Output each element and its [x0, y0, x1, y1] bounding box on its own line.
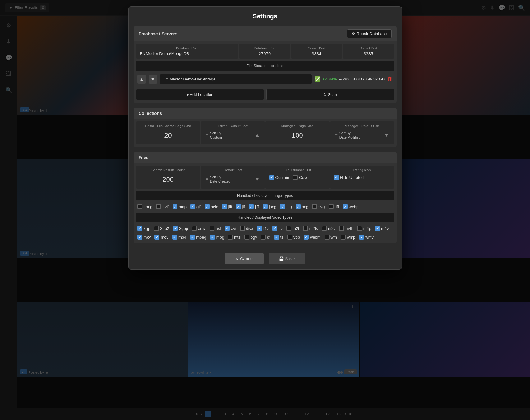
video-type-checkbox-mkv[interactable] — [137, 235, 142, 240]
video-type-qt[interactable]: qt — [261, 235, 270, 240]
video-type-checkbox-qt[interactable] — [261, 235, 266, 240]
manager-sort-value[interactable]: ≡ Sort By Date Modified ▼ — [334, 129, 390, 142]
video-type-checkbox-mov[interactable] — [154, 235, 159, 240]
video-type-ogv[interactable]: ogv — [244, 235, 257, 240]
video-type-mpg[interactable]: mpg — [210, 235, 224, 240]
image-type-checkbox-jfif[interactable] — [222, 204, 227, 209]
video-type-mkv[interactable]: mkv — [137, 235, 151, 240]
image-type-checkbox-jif[interactable] — [236, 204, 241, 209]
video-type-checkbox-asf[interactable] — [210, 226, 214, 231]
video-type-divx[interactable]: divx — [240, 226, 253, 231]
image-type-checkbox-bmp[interactable] — [173, 204, 177, 209]
video-type-checkbox-3gp[interactable] — [137, 226, 142, 231]
storage-down-button[interactable]: ▼ — [149, 75, 157, 84]
image-type-checkbox-jpeg[interactable] — [263, 204, 268, 209]
video-type-checkbox-webm[interactable] — [304, 235, 309, 240]
video-type-checkbox-wmv[interactable] — [359, 235, 364, 240]
video-type-asf[interactable]: asf — [210, 226, 221, 231]
contain-checkbox[interactable] — [269, 175, 274, 180]
video-type-3gp2[interactable]: 3gp2 — [154, 226, 169, 231]
video-type-checkbox-avi[interactable] — [225, 226, 230, 231]
storage-up-button[interactable]: ▲ — [137, 75, 146, 84]
video-type-ts[interactable]: ts — [274, 235, 283, 240]
image-type-heic[interactable]: heic — [205, 204, 218, 209]
video-type-f4v[interactable]: f4v — [257, 226, 269, 231]
video-type-checkbox-3gpp[interactable] — [173, 226, 178, 231]
cover-checkbox[interactable] — [293, 175, 298, 180]
video-type-checkbox-f4v[interactable] — [257, 226, 262, 231]
video-type-wmp[interactable]: wmp — [341, 235, 355, 240]
add-location-button[interactable]: + Add Location — [136, 89, 264, 100]
image-type-svg[interactable]: svg — [312, 204, 325, 209]
video-type-checkbox-mts[interactable] — [228, 235, 233, 240]
image-type-jif[interactable]: jif — [236, 204, 245, 209]
repair-database-button[interactable]: ⚙ Repair Database — [347, 29, 391, 38]
video-type-checkbox-divx[interactable] — [240, 226, 245, 231]
video-type-m4v[interactable]: m4v — [375, 226, 389, 231]
image-type-checkbox-avif[interactable] — [156, 204, 161, 209]
video-type-vob[interactable]: vob — [287, 235, 300, 240]
video-type-checkbox-mpg[interactable] — [210, 235, 215, 240]
video-type-amv[interactable]: amv — [192, 226, 206, 231]
image-type-checkbox-png[interactable] — [296, 204, 301, 209]
video-type-mp4[interactable]: mp4 — [172, 235, 186, 240]
contain-checkbox-item[interactable]: Contain — [269, 175, 289, 180]
hide-unrated-checkbox-item[interactable]: Hide Unrated — [334, 175, 364, 180]
video-type-mts[interactable]: mts — [228, 235, 241, 240]
video-type-wm[interactable]: wm — [325, 235, 337, 240]
save-button[interactable]: 💾 Save — [269, 253, 305, 264]
image-type-gif[interactable]: gif — [190, 204, 201, 209]
image-type-tiff[interactable]: tiff — [329, 204, 339, 209]
image-type-checkbox-webp[interactable] — [343, 204, 348, 209]
video-type-checkbox-m2t[interactable] — [286, 226, 291, 231]
video-type-checkbox-flv[interactable] — [272, 226, 277, 231]
video-type-checkbox-wm[interactable] — [325, 235, 330, 240]
video-type-3gp[interactable]: 3gp — [137, 226, 150, 231]
image-type-checkbox-tiff[interactable] — [329, 204, 334, 209]
video-type-checkbox-m4b[interactable] — [339, 226, 344, 231]
video-type-wmv[interactable]: wmv — [359, 235, 374, 240]
image-type-avif[interactable]: avif — [156, 204, 168, 209]
video-type-checkbox-m4v[interactable] — [375, 226, 380, 231]
image-type-checkbox-heic[interactable] — [205, 204, 210, 209]
video-type-checkbox-m2v[interactable] — [322, 226, 327, 231]
image-type-jpeg[interactable]: jpeg — [263, 204, 277, 209]
video-type-avi[interactable]: avi — [225, 226, 236, 231]
video-type-checkbox-wmp[interactable] — [341, 235, 346, 240]
image-type-webp[interactable]: webp — [343, 204, 358, 209]
video-type-checkbox-mp4[interactable] — [172, 235, 177, 240]
image-type-jfif[interactable]: jfif — [222, 204, 232, 209]
image-type-checkbox-apng[interactable] — [137, 204, 142, 209]
image-type-apng[interactable]: apng — [137, 204, 153, 209]
video-type-checkbox-ogv[interactable] — [244, 235, 249, 240]
hide-unrated-checkbox[interactable] — [334, 175, 339, 180]
image-type-jiff[interactable]: jiff — [249, 204, 259, 209]
video-type-m2ts[interactable]: m2ts — [303, 226, 318, 231]
video-type-checkbox-vob[interactable] — [287, 235, 292, 240]
editor-sort-value[interactable]: ≡ Sort By Custom ▲ — [205, 129, 261, 142]
video-type-m4p[interactable]: m4p — [357, 226, 371, 231]
image-type-checkbox-gif[interactable] — [190, 204, 195, 209]
video-type-3gpp[interactable]: 3gpp — [173, 226, 188, 231]
cover-checkbox-item[interactable]: Cover — [293, 175, 310, 180]
image-type-jpg[interactable]: jpg — [280, 204, 292, 209]
video-type-mov[interactable]: mov — [154, 235, 168, 240]
scan-button[interactable]: ↻ Scan — [266, 89, 394, 100]
video-type-checkbox-m4p[interactable] — [357, 226, 362, 231]
image-type-checkbox-jpg[interactable] — [280, 204, 285, 209]
video-type-checkbox-m2ts[interactable] — [303, 226, 308, 231]
image-type-checkbox-svg[interactable] — [312, 204, 317, 209]
video-type-mpeg[interactable]: mpeg — [190, 235, 206, 240]
image-type-checkbox-jiff[interactable] — [249, 204, 254, 209]
video-type-flv[interactable]: flv — [272, 226, 283, 231]
video-type-checkbox-ts[interactable] — [274, 235, 279, 240]
default-sort-value[interactable]: ≡ Sort By Date Created ▼ — [205, 173, 261, 186]
video-type-m2t[interactable]: m2t — [286, 226, 299, 231]
video-type-checkbox-mpeg[interactable] — [190, 235, 195, 240]
storage-delete-button[interactable]: 🗑 — [387, 76, 393, 82]
video-type-m2v[interactable]: m2v — [322, 226, 336, 231]
image-type-png[interactable]: png — [296, 204, 309, 209]
video-type-m4b[interactable]: m4b — [339, 226, 353, 231]
cancel-button[interactable]: ✕ Cancel — [225, 253, 263, 264]
video-type-checkbox-amv[interactable] — [192, 226, 197, 231]
